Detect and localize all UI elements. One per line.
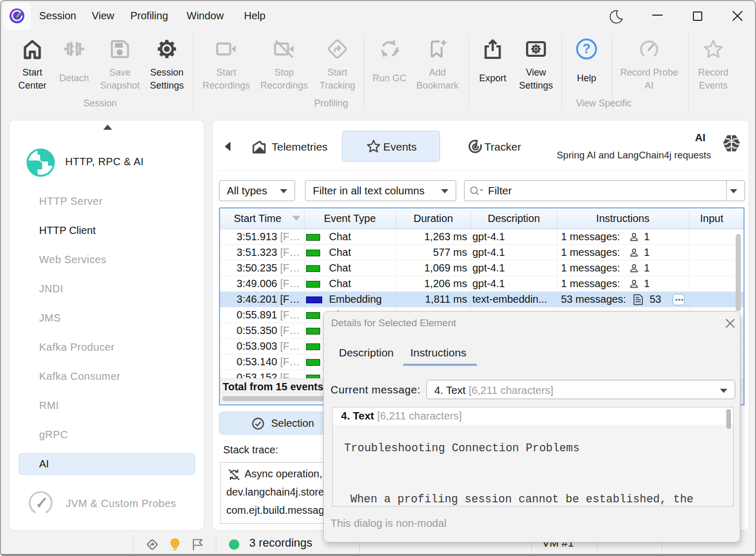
- svg-text:?: ?: [582, 41, 590, 56]
